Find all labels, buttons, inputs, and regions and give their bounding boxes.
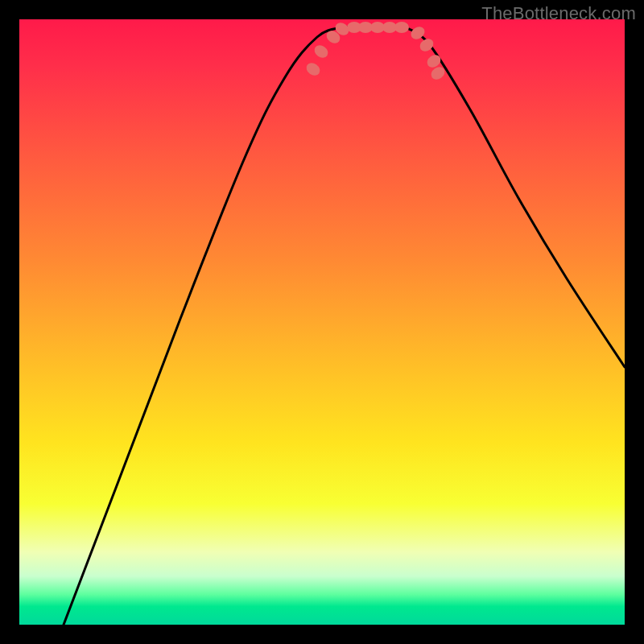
data-markers: [304, 20, 448, 82]
plot-area: [19, 19, 625, 625]
watermark-text: TheBottleneck.com: [481, 3, 636, 24]
chart-svg: [19, 19, 625, 625]
left-curve: [64, 27, 341, 625]
data-marker: [304, 60, 323, 78]
data-marker: [394, 22, 409, 33]
data-marker: [312, 43, 331, 60]
